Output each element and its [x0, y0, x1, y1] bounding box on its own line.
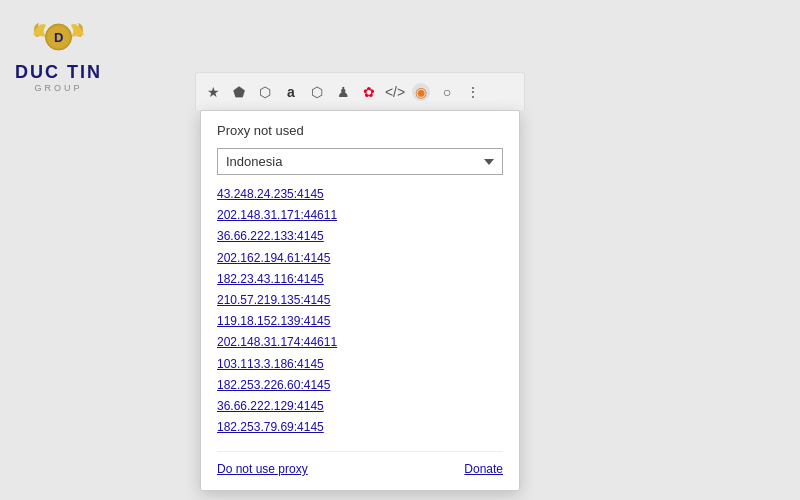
code-icon[interactable]: </> [386, 83, 404, 101]
proxy-icon[interactable]: ◉ [412, 83, 430, 101]
profile-icon[interactable]: ○ [438, 83, 456, 101]
proxy-item[interactable]: 210.57.219.135:4145 [217, 291, 503, 310]
proxy-item[interactable]: 182.23.43.116:4145 [217, 270, 503, 289]
proxy-item[interactable]: 202.148.31.174:44611 [217, 333, 503, 352]
proxy-item[interactable]: 36.66.222.133:4145 [217, 227, 503, 246]
logo-area: D DUC TIN GROUP [15, 15, 102, 93]
proxy-item[interactable]: 182.253.79.69:4145 [217, 418, 503, 437]
amazon-icon[interactable]: a [282, 83, 300, 101]
svg-text:D: D [54, 30, 63, 45]
proxy-popup: Proxy not used Indonesia Singapore Japan… [200, 110, 520, 491]
donate-link[interactable]: Donate [464, 462, 503, 476]
proxy-item[interactable]: 202.162.194.61:4145 [217, 249, 503, 268]
proxy-item[interactable]: 119.18.152.139:4145 [217, 312, 503, 331]
logo-icon: D [31, 15, 86, 60]
no-proxy-link[interactable]: Do not use proxy [217, 462, 308, 476]
pinterest-icon[interactable]: ✿ [360, 83, 378, 101]
proxy-item[interactable]: 103.113.3.186:4145 [217, 355, 503, 374]
link-icon[interactable]: ⬡ [308, 83, 326, 101]
menu-icon[interactable]: ⋮ [464, 83, 482, 101]
proxy-item[interactable]: 202.148.31.171:44611 [217, 206, 503, 225]
proxy-item[interactable]: 182.253.226.60:4145 [217, 376, 503, 395]
proxy-item[interactable]: 36.66.222.129:4145 [217, 397, 503, 416]
layers-icon[interactable]: ⬟ [230, 83, 248, 101]
popup-footer: Do not use proxy Donate [217, 451, 503, 476]
country-select[interactable]: Indonesia Singapore Japan USA Germany [217, 148, 503, 175]
bookmark-icon[interactable]: ★ [204, 83, 222, 101]
proxy-status: Proxy not used [217, 123, 503, 138]
logo-title: DUC TIN [15, 62, 102, 83]
popup-content: Proxy not used Indonesia Singapore Japan… [201, 111, 519, 490]
ghost-icon[interactable]: ♟ [334, 83, 352, 101]
chrome-toolbar: ★ ⬟ ⬡ a ⬡ ♟ ✿ </> ◉ ○ ⋮ [195, 72, 525, 110]
logo-subtitle: GROUP [34, 83, 82, 93]
proxy-list: 43.248.24.235:4145202.148.31.171:4461136… [217, 185, 503, 437]
proxy-item[interactable]: 43.248.24.235:4145 [217, 185, 503, 204]
hex-icon[interactable]: ⬡ [256, 83, 274, 101]
